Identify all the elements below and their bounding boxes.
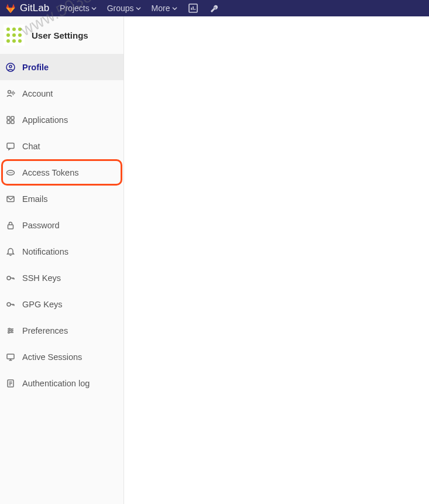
- nav-projects[interactable]: Projects: [60, 4, 97, 13]
- svg-point-6: [12, 33, 16, 37]
- sidebar-title: User Settings: [32, 30, 88, 40]
- sidebar-header: User Settings: [0, 16, 123, 54]
- sidebar-item-label: GPG Keys: [22, 300, 63, 309]
- preferences-icon: [6, 326, 15, 335]
- sidebar: User Settings ProfileAccountApplications…: [0, 16, 124, 504]
- password-icon: [6, 221, 15, 230]
- notifications-icon: [6, 247, 15, 256]
- svg-point-5: [6, 33, 10, 37]
- sidebar-item-label: Notifications: [22, 247, 68, 256]
- nav-groups[interactable]: Groups: [107, 4, 141, 13]
- sidebar-item-notifications[interactable]: Notifications: [0, 238, 123, 265]
- sidebar-item-password[interactable]: Password: [0, 212, 123, 238]
- sidebar-item-access-tokens[interactable]: Access Tokens: [1, 159, 122, 186]
- svg-point-4: [18, 28, 22, 31]
- sidebar-item-label: Access Tokens: [22, 168, 78, 177]
- sidebar-item-gpg-keys[interactable]: GPG Keys: [0, 291, 123, 317]
- sidebar-item-ssh-keys[interactable]: SSH Keys: [0, 265, 123, 291]
- sidebar-item-account[interactable]: Account: [0, 80, 123, 107]
- sidebar-item-label: Account: [22, 89, 53, 98]
- profile-icon: [6, 63, 15, 72]
- sidebar-item-label: Active Sessions: [22, 352, 82, 362]
- top-nav: Projects Groups More: [60, 3, 219, 13]
- brand[interactable]: GitLab: [5, 2, 49, 14]
- sidebar-item-label: Emails: [22, 194, 48, 204]
- topbar: GitLab Projects Groups More: [0, 0, 429, 16]
- nav-groups-label: Groups: [107, 4, 134, 13]
- sidebar-item-chat[interactable]: Chat: [0, 133, 123, 159]
- nav-more-label: More: [152, 4, 170, 13]
- authentication-log-icon: [6, 379, 15, 388]
- applications-icon: [6, 115, 15, 125]
- sidebar-item-profile[interactable]: Profile: [0, 54, 123, 80]
- chat-icon: [6, 142, 15, 151]
- brand-name: GitLab: [20, 2, 49, 14]
- admin-wrench-icon[interactable]: [209, 3, 219, 13]
- active-sessions-icon: [6, 352, 15, 362]
- sidebar-item-label: Preferences: [22, 326, 68, 335]
- svg-point-3: [12, 28, 16, 31]
- activity-chart-icon[interactable]: [188, 3, 198, 13]
- sidebar-item-label: Profile: [22, 63, 49, 72]
- account-icon: [6, 89, 15, 98]
- chevron-down-icon: [136, 6, 141, 11]
- sidebar-item-authentication-log[interactable]: Authentication log: [0, 370, 123, 396]
- nav-more[interactable]: More: [152, 4, 177, 13]
- sidebar-item-preferences[interactable]: Preferences: [0, 317, 123, 344]
- svg-point-2: [6, 28, 10, 31]
- sidebar-item-label: Applications: [22, 115, 68, 125]
- sidebar-item-label: Authentication log: [22, 379, 90, 388]
- svg-point-10: [18, 39, 22, 43]
- svg-point-8: [6, 39, 10, 43]
- sidebar-item-label: Password: [22, 221, 60, 230]
- ssh-keys-icon: [6, 273, 15, 283]
- sidebar-item-applications[interactable]: Applications: [0, 107, 123, 133]
- sidebar-menu: ProfileAccountApplicationsChatAccess Tok…: [0, 54, 123, 396]
- nav-projects-label: Projects: [60, 4, 90, 13]
- main-content: [124, 16, 429, 504]
- sidebar-item-emails[interactable]: Emails: [0, 186, 123, 212]
- gpg-keys-icon: [6, 300, 15, 309]
- user-avatar: [4, 25, 25, 46]
- chevron-down-icon: [91, 6, 97, 11]
- emails-icon: [6, 194, 15, 204]
- access-tokens-icon: [6, 168, 15, 177]
- gitlab-logo-icon: [5, 2, 16, 14]
- svg-point-7: [18, 33, 22, 37]
- chevron-down-icon: [172, 6, 177, 11]
- svg-point-9: [12, 39, 16, 43]
- sidebar-item-label: Chat: [22, 142, 40, 151]
- sidebar-item-active-sessions[interactable]: Active Sessions: [0, 344, 123, 370]
- sidebar-item-label: SSH Keys: [22, 273, 61, 283]
